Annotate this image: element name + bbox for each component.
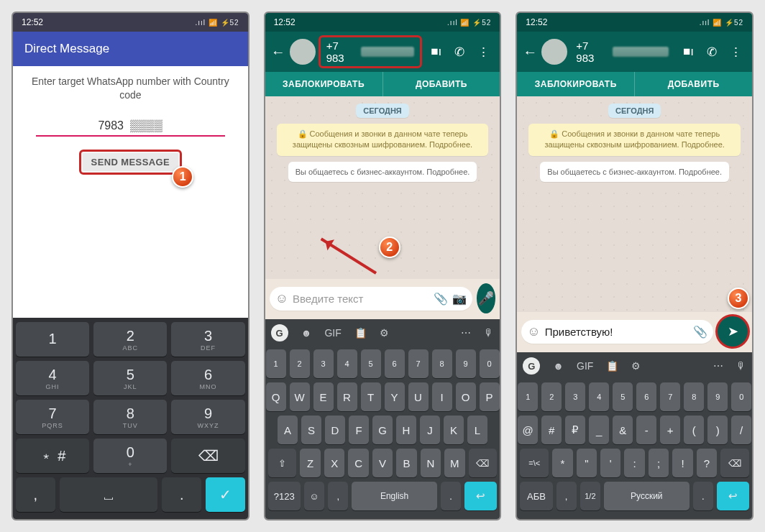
- gif-icon[interactable]: GIF: [324, 327, 341, 339]
- key-num-6[interactable]: 6: [636, 382, 656, 411]
- key-d[interactable]: D: [325, 416, 345, 444]
- key-num-3[interactable]: 3: [565, 382, 585, 411]
- overflow-icon[interactable]: ⋮: [730, 45, 742, 60]
- key-enter[interactable]: ↩: [717, 482, 749, 510]
- more-icon[interactable]: ⋯: [461, 327, 471, 339]
- key-num-8[interactable]: 8: [684, 382, 704, 411]
- key-num-4[interactable]: 4: [337, 349, 357, 378]
- audio-call-icon[interactable]: ✆: [707, 45, 717, 60]
- key-dquote[interactable]: ": [577, 449, 597, 477]
- key-u[interactable]: U: [408, 382, 429, 411]
- send-button[interactable]: ➤: [718, 316, 748, 347]
- key-symbols[interactable]: ﹡ #: [16, 439, 89, 473]
- key-z[interactable]: Z: [300, 449, 320, 477]
- key-num-7[interactable]: 7: [660, 382, 680, 411]
- camera-icon[interactable]: 📷: [452, 292, 467, 306]
- key-num-4[interactable]: 4: [589, 382, 609, 411]
- key-hash[interactable]: #: [541, 416, 562, 444]
- key-y[interactable]: Y: [385, 382, 405, 411]
- mic-icon[interactable]: 🎙: [736, 360, 746, 372]
- key-num-5[interactable]: 5: [613, 382, 633, 411]
- key-e[interactable]: E: [313, 382, 334, 411]
- block-button[interactable]: ЗАБЛОКИРОВАТЬ: [265, 72, 382, 96]
- key-m[interactable]: M: [444, 449, 464, 477]
- key-o[interactable]: O: [456, 382, 476, 411]
- key-sym-toggle[interactable]: =\<: [520, 449, 549, 477]
- key-page[interactable]: 1/2: [580, 482, 600, 510]
- video-call-icon[interactable]: ■ı: [683, 45, 694, 60]
- attach-icon[interactable]: 📎: [434, 292, 448, 306]
- contact-label[interactable]: +7 983: [319, 35, 423, 68]
- key-i[interactable]: I: [432, 382, 452, 411]
- key-at[interactable]: @: [518, 416, 538, 444]
- key-underscore[interactable]: _: [589, 416, 609, 444]
- encryption-notice[interactable]: 🔒Сообщения и звонки в данном чате теперь…: [528, 124, 740, 156]
- key-space-en[interactable]: English: [352, 482, 437, 510]
- key-1[interactable]: 1: [16, 322, 89, 357]
- key-squote[interactable]: ': [600, 449, 620, 477]
- key-b[interactable]: B: [396, 449, 416, 477]
- key-space-ru[interactable]: Русский: [604, 482, 690, 510]
- phone-input[interactable]: [36, 116, 225, 137]
- key-num-0[interactable]: 0: [731, 382, 751, 411]
- audio-call-icon[interactable]: ✆: [454, 45, 464, 60]
- key-qmark[interactable]: ?: [697, 449, 717, 477]
- google-icon[interactable]: G: [271, 324, 288, 341]
- key-num-3[interactable]: 3: [313, 349, 334, 378]
- key-5[interactable]: 5JKL: [93, 361, 167, 395]
- key-num-8[interactable]: 8: [432, 349, 452, 378]
- key-g[interactable]: G: [372, 416, 393, 444]
- key-comma[interactable]: ,: [16, 477, 55, 512]
- key-l[interactable]: L: [467, 416, 487, 444]
- attach-icon[interactable]: 📎: [693, 325, 707, 339]
- key-x[interactable]: X: [324, 449, 344, 477]
- key-emoji[interactable]: ☺: [304, 482, 324, 510]
- key-plus[interactable]: +: [660, 416, 680, 444]
- key-a[interactable]: A: [278, 416, 298, 444]
- business-notice[interactable]: Вы общаетесь с бизнес-аккаунтом. Подробн…: [288, 162, 477, 182]
- key-comma[interactable]: ,: [328, 482, 348, 510]
- contact-label[interactable]: +7 983: [570, 37, 674, 66]
- key-num-9[interactable]: 9: [707, 382, 728, 411]
- key-j[interactable]: J: [420, 416, 440, 444]
- add-button[interactable]: ДОБАВИТЬ: [382, 72, 500, 96]
- key-backspace[interactable]: ⌫: [469, 449, 498, 477]
- key-f[interactable]: F: [349, 416, 369, 444]
- block-button[interactable]: ЗАБЛОКИРОВАТЬ: [517, 72, 634, 96]
- overflow-icon[interactable]: ⋮: [477, 45, 490, 60]
- key-ruble[interactable]: ₽: [565, 416, 585, 444]
- key-dash[interactable]: -: [636, 416, 656, 444]
- key-comma[interactable]: ,: [556, 482, 577, 510]
- key-3[interactable]: 3DEF: [171, 322, 244, 357]
- key-period[interactable]: .: [162, 477, 201, 512]
- key-semicolon[interactable]: ;: [649, 449, 669, 477]
- key-8[interactable]: 8TUV: [93, 400, 167, 434]
- key-w[interactable]: W: [290, 382, 310, 411]
- send-message-button[interactable]: SEND MESSAGE: [79, 150, 183, 175]
- key-6[interactable]: 6MNO: [171, 361, 244, 395]
- business-notice[interactable]: Вы общаетесь с бизнес-аккаунтом. Подробн…: [540, 162, 729, 182]
- settings-icon[interactable]: ⚙: [631, 360, 641, 372]
- key-num-5[interactable]: 5: [361, 349, 381, 378]
- key-v[interactable]: V: [372, 449, 393, 477]
- key-bang[interactable]: !: [672, 449, 692, 477]
- key-num-2[interactable]: 2: [290, 349, 310, 378]
- key-backspace[interactable]: ⌫: [720, 449, 749, 477]
- key-enter[interactable]: ✓: [206, 477, 245, 512]
- key-num-2[interactable]: 2: [541, 382, 562, 411]
- key-k[interactable]: K: [444, 416, 464, 444]
- key-amp[interactable]: &: [613, 416, 633, 444]
- key-s[interactable]: S: [301, 416, 321, 444]
- sticker-icon[interactable]: ☻: [301, 327, 312, 339]
- back-icon[interactable]: ←: [521, 44, 539, 60]
- mic-icon[interactable]: 🎙: [484, 327, 494, 339]
- message-input[interactable]: [545, 326, 689, 338]
- mic-button[interactable]: 🎤: [477, 283, 495, 313]
- key-backspace[interactable]: ⌫: [171, 439, 244, 473]
- clipboard-icon[interactable]: 📋: [606, 360, 618, 372]
- key-r[interactable]: R: [337, 382, 357, 411]
- key-0[interactable]: 0+: [93, 439, 167, 473]
- key-sym[interactable]: ?123: [268, 482, 301, 510]
- settings-icon[interactable]: ⚙: [380, 327, 389, 339]
- more-icon[interactable]: ⋯: [713, 360, 723, 372]
